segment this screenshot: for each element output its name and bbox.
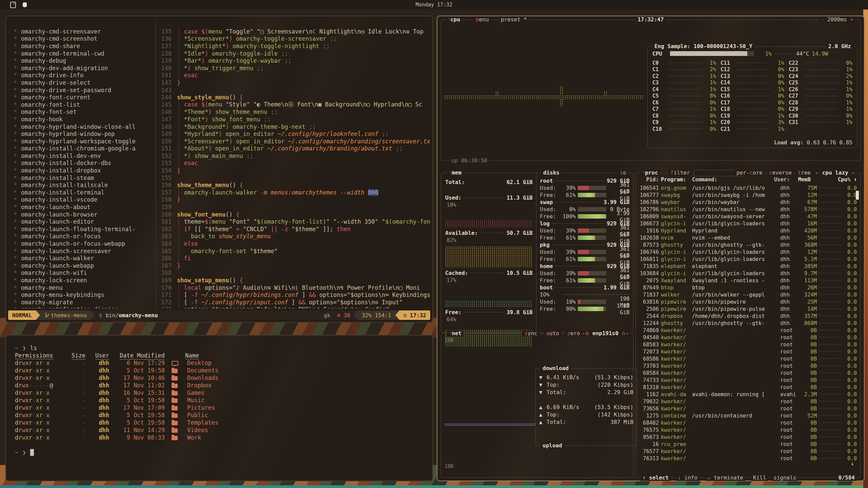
process-row[interactable]: 106746 glycin-i /usr/lib/glycin-loaders … bbox=[639, 248, 857, 256]
file-tree-item[interactable]: * omarchy-hook bbox=[9, 116, 153, 123]
file-tree-item[interactable]: * omarchy-launch-floating-terminal- bbox=[9, 225, 153, 233]
process-row[interactable]: 1916 Hyprland Hyprland dhh 420M 0.0 bbox=[639, 227, 857, 234]
process-row[interactable]: 74733 kworker/ root 0B 0.0 bbox=[639, 377, 857, 384]
process-row[interactable]: 106673 glycin-i /usr/lib/glycin-loaders … bbox=[639, 220, 857, 227]
file-tree-item[interactable]: * omarchy-menu-keybindings bbox=[9, 291, 153, 299]
process-row[interactable]: 106786 waybar /usr/bin/waybar dhh 67M 0.… bbox=[639, 199, 857, 206]
process-row[interactable]: 16 rcu_pree root 0B 0.0 bbox=[639, 441, 857, 448]
process-row[interactable]: 1275 containe /usr/bin/containerd root 5… bbox=[639, 412, 857, 419]
process-row[interactable]: 81310 kworker/ root 0B 0.0 bbox=[639, 384, 857, 391]
file-tree-item[interactable]: * omarchy-launch-about bbox=[9, 203, 153, 211]
shell-session[interactable]: ~❯ ls Permissions Size User Date Modifie… bbox=[6, 336, 432, 481]
file-tree-item[interactable]: * omarchy-install-dev-env bbox=[9, 152, 153, 160]
directory-name[interactable]: Templates bbox=[185, 419, 218, 426]
net-auto-button[interactable]: auto bbox=[544, 330, 561, 337]
net-box-title[interactable]: ³net bbox=[447, 330, 463, 337]
file-tree-item[interactable]: * omarchy-notification-dismiss bbox=[9, 306, 153, 308]
directory-name[interactable]: Downloads bbox=[185, 374, 218, 382]
diagnostics-count[interactable]: ⊘ 30 bbox=[334, 312, 354, 319]
file-tree-item[interactable]: * omarchy-launch-wifi bbox=[9, 269, 153, 277]
directory-name[interactable]: Work bbox=[185, 434, 201, 441]
file-tree-item[interactable]: * omarchy-hyprland-workspace-toggle bbox=[9, 138, 153, 145]
mem-box-title[interactable]: ²mem bbox=[447, 170, 463, 176]
directory-name[interactable]: Dropbox bbox=[185, 382, 212, 389]
process-row[interactable]: 73656 kworker/ root 0B 0.0 bbox=[639, 405, 857, 412]
file-tree-item[interactable]: * omarchy-migrate bbox=[9, 299, 153, 306]
process-row[interactable]: 106811 glycin-i /usr/lib/glycin-loaders … bbox=[639, 256, 857, 263]
clock[interactable]: Monday 17:32 bbox=[416, 2, 452, 8]
signals-key[interactable]: signals bbox=[771, 475, 798, 481]
file-tree-item[interactable]: * omarchy-install-chromium-google-a bbox=[9, 145, 153, 152]
process-row[interactable]: 74869 kworker/ root 0B 0.0 bbox=[639, 327, 857, 334]
filter-button[interactable]: filter bbox=[668, 170, 692, 176]
process-row[interactable]: 1162 avahi-da avahi-daemon: running [ av… bbox=[639, 391, 857, 398]
reverse-toggle[interactable]: reverse bbox=[767, 170, 794, 176]
directory-name[interactable]: Desktop bbox=[185, 359, 212, 367]
proc-box-title[interactable]: ⁴proc bbox=[640, 170, 660, 176]
directory-name[interactable]: Public bbox=[185, 411, 208, 419]
directory-name[interactable]: Games bbox=[185, 389, 204, 396]
file-tree-item[interactable]: * omarchy-hyprland-window-pop bbox=[9, 130, 153, 138]
process-row[interactable]: 102638 nvim nvim --embed dhh 56M 0.0 bbox=[639, 234, 857, 241]
per-core-toggle[interactable]: per-core bbox=[734, 170, 765, 176]
file-tree-item[interactable]: * omarchy-launch-walker bbox=[9, 255, 153, 262]
process-row[interactable]: 94540 kworker/ root 0B 0.0 bbox=[639, 334, 857, 341]
file-tree-item[interactable]: * omarchy-lock-screen bbox=[9, 277, 153, 284]
info-key[interactable]: ↓ info bbox=[676, 475, 699, 481]
preset-button[interactable]: preset * bbox=[499, 17, 529, 23]
net-zero-button[interactable]: zero bbox=[565, 330, 582, 337]
prompt-line-empty[interactable]: ~❯ bbox=[15, 449, 432, 456]
active-window-icon[interactable] bbox=[10, 2, 16, 8]
file-tree-item[interactable]: * omarchy-launch-editor bbox=[9, 218, 153, 225]
process-row[interactable]: 106809 swayosd- /usr/bin/swayosd-server … bbox=[639, 213, 857, 220]
file-tree-item[interactable]: * omarchy-font-set bbox=[9, 108, 153, 116]
process-row[interactable]: 73703 kworker/ root 0B 0.0 bbox=[639, 362, 857, 369]
directory-name[interactable]: Videos bbox=[185, 426, 208, 434]
file-tree-item[interactable]: * omarchy-install-terminal bbox=[9, 189, 153, 196]
process-row[interactable]: 2075 Xwayland Xwayland :1 -rootless - dh… bbox=[639, 277, 857, 284]
sort-selector[interactable]: ← cpu lazy → bbox=[813, 170, 857, 176]
process-row[interactable]: 71837 walker /usr/bin/walker --gappl dhh… bbox=[639, 291, 857, 298]
process-row[interactable]: 95673 kworker/ root 0B 0.0 bbox=[639, 433, 857, 441]
proc-scrollbar[interactable] bbox=[856, 191, 859, 200]
file-tree-item[interactable]: * omarchy-drive-info bbox=[9, 72, 153, 79]
process-row[interactable]: 76575 kworker/ root 0B 0.0 bbox=[639, 426, 857, 433]
workspace-number[interactable] bbox=[34, 2, 40, 8]
file-tree-item[interactable]: * omarchy-drive-select bbox=[9, 79, 153, 86]
file-tree-item[interactable]: * omarchy-font-current bbox=[9, 94, 153, 101]
file-tree-item[interactable]: * omarchy-font-list bbox=[9, 101, 153, 108]
net-sync-button[interactable]: sync bbox=[522, 330, 539, 337]
process-row[interactable]: 103684 glycin-i /usr/lib/glycin-loaders … bbox=[639, 270, 857, 277]
file-tree-item[interactable]: * omarchy-debug bbox=[9, 57, 153, 64]
file-tree-item[interactable]: * omarchy-install-tailscale bbox=[9, 181, 153, 189]
process-row[interactable]: 87649 btop btop dhh 26M 0.0 bbox=[639, 284, 857, 291]
process-row[interactable]: 102796 nautilus /usr/bin/nautilus --new … bbox=[639, 206, 857, 213]
directory-name[interactable]: Music bbox=[185, 396, 204, 404]
update-interval[interactable]: - 2000ms + bbox=[819, 17, 855, 23]
process-row[interactable]: 2544 dropbox /home/dhh/.dropbox-dist dhh… bbox=[639, 312, 857, 320]
process-row[interactable]: 63816 pipewire /usr/bin/pipewire dhh 25M… bbox=[639, 298, 857, 305]
process-row[interactable]: 76577 kworker/ root 0B 0.0 bbox=[639, 448, 857, 455]
file-tree-item[interactable]: * omarchy-launch-webapp bbox=[9, 262, 153, 269]
file-tree-item[interactable]: * omarchy-cmd-screenshot bbox=[9, 35, 153, 43]
process-row[interactable]: 72073 kworker/ root 0B 0.0 bbox=[639, 348, 857, 355]
select-key[interactable]: ↑ select bbox=[640, 475, 671, 481]
process-row[interactable]: 12244 ghostty /usr/bin/ghostty --gtk- dh… bbox=[639, 320, 857, 327]
file-tree-item[interactable]: * omarchy-hyprland-window-close-all bbox=[9, 123, 153, 130]
process-row[interactable]: 68402 kworker/ root 0B 0.0 bbox=[639, 419, 857, 426]
file-tree-item[interactable]: * omarchy-dev-add-migration bbox=[9, 64, 153, 72]
disks-title[interactable]: disks bbox=[541, 170, 561, 176]
process-row[interactable]: 68586 kworker/ root 0B 0.0 bbox=[639, 355, 857, 362]
file-tree-item[interactable]: * omarchy-menu bbox=[9, 284, 153, 291]
file-tree-item[interactable]: * omarchy-launch-browser bbox=[9, 211, 153, 218]
code-pane[interactable]: 135 │ case $(menu "Toggle" "▢ Screensave… bbox=[156, 28, 430, 308]
workspace-number[interactable] bbox=[40, 2, 47, 8]
tree-toggle[interactable]: tree bbox=[795, 170, 813, 176]
git-branch[interactable]: themes-menu bbox=[40, 310, 91, 320]
process-row[interactable]: 2506 pipewire /usr/bin/pipewire-pulse dh… bbox=[639, 305, 857, 312]
file-tree-item[interactable]: * omarchy-install-vscode bbox=[9, 196, 153, 204]
cpu-box-title[interactable]: ¹cpu bbox=[446, 17, 462, 23]
net-interface[interactable]: ←b enp191s0 n→ bbox=[580, 330, 630, 337]
directory-name[interactable]: Pictures bbox=[185, 404, 215, 411]
file-tree-item[interactable]: * omarchy-cmd-screensaver bbox=[9, 28, 153, 35]
